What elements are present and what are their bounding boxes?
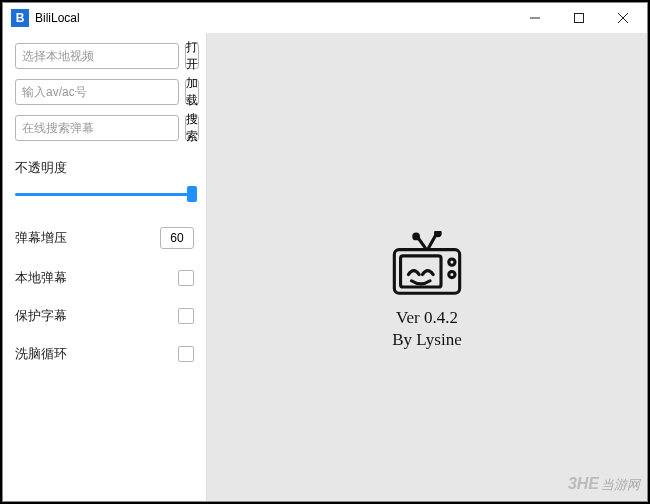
version-line1: Ver 0.4.2	[396, 308, 458, 327]
protect-subtitle-label: 保护字幕	[15, 307, 67, 325]
boost-value[interactable]: 60	[160, 227, 194, 249]
titlebar: B BiliLocal	[3, 3, 647, 33]
local-video-input[interactable]	[15, 43, 179, 69]
version-text: Ver 0.4.2 By Lysine	[392, 307, 461, 351]
app-window: B BiliLocal 打开 加载	[2, 2, 648, 502]
maximize-button[interactable]	[557, 4, 601, 32]
close-button[interactable]	[601, 4, 645, 32]
opacity-label: 不透明度	[15, 159, 67, 177]
watermark-brand: 3HE	[568, 475, 599, 493]
slider-thumb[interactable]	[187, 186, 197, 202]
sidebar: 打开 加载 搜索 不透明度 弹幕增压 60 本地弹幕	[3, 33, 207, 501]
local-danmaku-checkbox[interactable]	[178, 270, 194, 286]
version-line2: By Lysine	[392, 330, 461, 349]
minimize-button[interactable]	[513, 4, 557, 32]
watermark: 3HE 当游网	[568, 475, 640, 494]
tv-icon	[387, 231, 467, 301]
svg-point-6	[414, 234, 419, 239]
protect-subtitle-checkbox[interactable]	[178, 308, 194, 324]
open-button[interactable]: 打开	[185, 43, 199, 69]
avac-input[interactable]	[15, 79, 179, 105]
app-icon: B	[11, 9, 29, 27]
svg-point-10	[449, 259, 455, 265]
window-controls	[513, 4, 645, 32]
load-button[interactable]: 加载	[185, 79, 199, 105]
boost-label: 弹幕增压	[15, 229, 67, 247]
content-area: Ver 0.4.2 By Lysine	[207, 33, 647, 501]
watermark-site: 当游网	[601, 476, 640, 494]
search-danmaku-input[interactable]	[15, 115, 179, 141]
svg-point-7	[436, 231, 441, 236]
svg-rect-1	[575, 14, 584, 23]
window-body: 打开 加载 搜索 不透明度 弹幕增压 60 本地弹幕	[3, 33, 647, 501]
svg-point-11	[449, 271, 455, 277]
brainwash-loop-label: 洗脑循环	[15, 345, 67, 363]
svg-line-5	[429, 234, 437, 248]
brainwash-loop-checkbox[interactable]	[178, 346, 194, 362]
search-button[interactable]: 搜索	[185, 115, 199, 141]
opacity-slider[interactable]	[15, 185, 194, 203]
slider-track	[15, 193, 194, 196]
app-title: BiliLocal	[35, 11, 513, 25]
local-danmaku-label: 本地弹幕	[15, 269, 67, 287]
